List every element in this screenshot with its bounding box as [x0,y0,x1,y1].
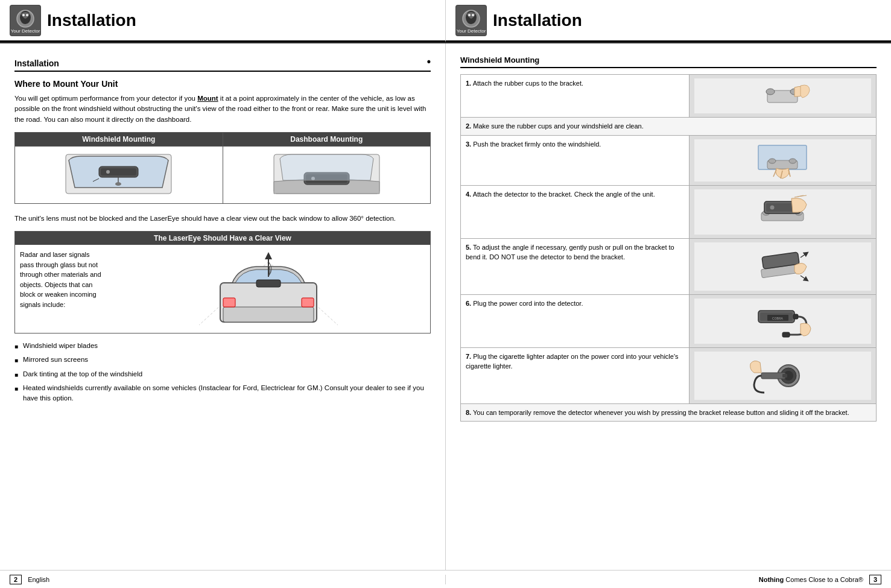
svg-rect-46 [793,314,798,319]
body-text-2: The unit's lens must not be blocked and … [14,213,431,224]
table-row: 5. To adjust the angle if necessary, gen… [461,238,877,294]
svg-point-3 [22,14,25,16]
windshield-header: Windshield Mounting [15,132,223,146]
page-header: Your Detector Installation Your Detector… [0,0,891,43]
page-title-right: Installation [493,11,582,30]
page-footer: 2 English Nothing Comes Close to a Cobra… [0,570,891,588]
svg-point-15 [115,182,121,186]
step-1-text: 1. Attach the rubber cups to the bracket… [461,75,690,118]
table-row: 7. Plug the cigarette lighter adapter on… [461,347,877,403]
logo-left: Your Detector [10,5,41,36]
step-4-image [689,185,876,238]
step-8-text: 8. You can temporarily remove the detect… [461,403,877,422]
subsection-title: Where to Mount Your Unit [14,79,431,89]
table-row: 8. You can temporarily remove the detect… [461,403,877,422]
step-7-text: 7. Plug the cigarette lighter adapter on… [461,347,690,403]
step-3-text: 3. Push the bracket firmly onto the wind… [461,135,690,185]
svg-point-13 [106,170,110,174]
lasereye-text: Radar and laser signals pass through gla… [20,250,104,328]
svg-rect-53 [761,373,785,379]
logo-text-left: Your Detector [10,28,41,34]
steps-table: 1. Attach the rubber cups to the bracket… [460,74,877,422]
main-content: Installation Where to Mount Your Unit Yo… [0,43,891,570]
step-3-image [689,135,876,185]
table-row: 6. Plug the power cord into the detector… [461,294,877,347]
page-right: Windshield Mounting 1. Attach the rubber… [446,43,891,570]
step-5-text: 5. To adjust the angle if necessary, gen… [461,238,690,294]
lasereye-box: The LaserEye Should Have a Clear View Ra… [14,231,431,334]
svg-point-32 [769,159,776,163]
svg-point-8 [468,14,471,16]
footer-left: 2 English [0,575,446,584]
page-number-left: 2 [10,575,22,584]
svg-text:COBRA: COBRA [773,317,784,320]
svg-point-33 [789,159,796,163]
svg-rect-26 [256,280,281,287]
list-item: Heated windshields currently available o… [14,383,431,404]
dashboard-diagram [223,146,431,203]
dashboard-header: Dashboard Mounting [223,132,431,146]
step-2-text: 2. Make sure the rubber cups and your wi… [461,118,877,136]
step-7-image [689,347,876,403]
logo-right: Your Detector [455,5,487,36]
svg-point-39 [770,205,775,209]
bullet-list: Windshield wiper blades Mirrored sun scr… [14,341,431,403]
page-left: Installation Where to Mount Your Unit Yo… [0,43,446,570]
step-4-text: 4. Attach the detector to the bracket. C… [461,185,690,238]
tagline: Nothing Comes Close to a Cobra® [759,576,863,583]
table-row: 1. Attach the rubber cups to the bracket… [461,75,877,118]
header-left: Your Detector Installation [0,0,445,42]
table-row: 4. Attach the detector to the bracket. C… [461,185,877,238]
windshield-diagram [15,146,223,203]
list-item: Windshield wiper blades [14,341,431,351]
svg-point-9 [472,14,474,16]
section-title-left: Installation [14,55,431,72]
step-6-image: COBRA [689,294,876,347]
body-text-1: You will get optimum performance from yo… [14,93,431,125]
windshield-title: Windshield Mounting [460,55,877,68]
step-1-image [689,75,876,118]
lasereye-diagram [112,250,425,328]
svg-rect-47 [782,332,790,337]
lasereye-title: The LaserEye Should Have a Clear View [15,232,430,245]
page-number-right: 3 [869,575,881,584]
svg-point-28 [766,89,775,95]
page-title-left: Installation [47,11,136,30]
svg-rect-54 [782,374,787,378]
step-6-text: 6. Plug the power cord into the detector… [461,294,690,347]
svg-rect-23 [223,307,314,322]
svg-rect-24 [223,298,235,307]
mount-diagram-table: Windshield Mounting Dashboard Mounting [14,132,431,204]
svg-rect-12 [101,168,136,175]
list-item: Mirrored sun screens [14,355,431,365]
svg-point-4 [26,14,28,16]
footer-right: Nothing Comes Close to a Cobra® 3 [446,575,891,584]
logo-text-right: Your Detector [455,28,487,34]
table-row: 2. Make sure the rubber cups and your wi… [461,118,877,136]
language-label: English [28,576,49,583]
svg-rect-25 [302,298,314,307]
table-row: 3. Push the bracket firmly onto the wind… [461,135,877,185]
lasereye-content: Radar and laser signals pass through gla… [15,245,430,333]
header-right: Your Detector Installation [445,0,891,42]
step-5-image [689,238,876,294]
list-item: Dark tinting at the top of the windshiel… [14,369,431,379]
